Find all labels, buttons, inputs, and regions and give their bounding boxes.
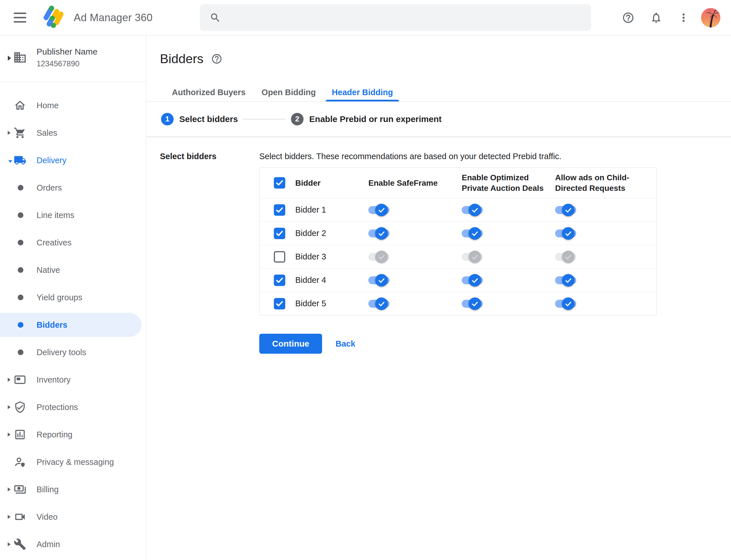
adunit-icon <box>14 373 26 386</box>
user-avatar[interactable] <box>701 8 720 27</box>
step-2-number: 2 <box>291 113 304 125</box>
sidebar-item-delivery-tools[interactable]: Delivery tools <box>0 339 146 366</box>
sidebar-item-label: Native <box>37 265 60 275</box>
expand-right-arrow-icon[interactable] <box>7 541 11 548</box>
sidebar-item-sales[interactable]: Sales <box>0 119 146 147</box>
expand-right-arrow-icon[interactable] <box>7 129 11 136</box>
sidebar-item-home[interactable]: Home <box>0 92 146 119</box>
expand-right-arrow-icon[interactable] <box>7 404 11 411</box>
ad-manager-logo-icon <box>43 5 70 31</box>
sidebar-item-yield-groups[interactable]: Yield groups <box>0 284 146 311</box>
child-directed-toggle[interactable] <box>555 229 576 237</box>
bidder-name: Bidder 3 <box>295 252 326 261</box>
row-checkbox[interactable] <box>274 204 285 216</box>
expand-right-arrow-icon[interactable] <box>7 513 11 520</box>
step-1-label: Select bidders <box>179 114 238 124</box>
table-row-bidder-3: Bidder 3 <box>260 245 656 268</box>
sidebar-item-label: Reporting <box>37 430 73 439</box>
sidebar-item-privacy-messaging[interactable]: Privacy & messaging <box>0 448 146 476</box>
optimized-deals-toggle[interactable] <box>462 300 483 308</box>
tab-authorized-buyers[interactable]: Authorized Buyers <box>164 83 254 102</box>
bullet-icon <box>18 185 23 191</box>
menu-hamburger-icon[interactable] <box>14 11 27 24</box>
bullet-icon <box>18 349 23 355</box>
back-link[interactable]: Back <box>336 339 355 349</box>
sidebar-item-label: Sales <box>37 128 57 138</box>
safeframe-toggle[interactable] <box>368 253 389 261</box>
help-icon[interactable] <box>622 11 634 24</box>
search-bar[interactable] <box>200 4 591 31</box>
select-all-checkbox[interactable] <box>274 177 285 189</box>
sidebar-item-delivery[interactable]: Delivery <box>0 147 146 174</box>
safeframe-toggle[interactable] <box>368 206 389 214</box>
child-directed-toggle[interactable] <box>555 206 576 214</box>
continue-button[interactable]: Continue <box>259 334 322 354</box>
expand-right-arrow-icon[interactable] <box>7 431 11 438</box>
sidebar-item-label: Privacy & messaging <box>37 457 114 467</box>
safeframe-toggle[interactable] <box>368 276 389 284</box>
shield-icon <box>14 401 26 413</box>
table-row-bidder-4: Bidder 4 <box>260 268 656 292</box>
sidebar-item-protections[interactable]: Protections <box>0 393 146 421</box>
expand-right-arrow-icon[interactable] <box>7 486 11 493</box>
sidebar-item-label: Creatives <box>37 238 72 247</box>
optimized-deals-toggle[interactable] <box>462 276 483 284</box>
child-directed-toggle[interactable] <box>555 300 576 308</box>
sidebar-item-billing[interactable]: Billing <box>0 476 146 503</box>
tab-header-bidding[interactable]: Header Bidding <box>324 83 401 102</box>
step-2-label: Enable Prebid or run experiment <box>309 114 441 124</box>
top-app-bar: Ad Manager 360 <box>0 0 731 35</box>
bullet-icon <box>18 322 23 328</box>
sidebar-item-orders[interactable]: Orders <box>0 174 146 201</box>
sidebar-item-label: Yield groups <box>37 293 82 302</box>
column-header-bidder: Bidder <box>295 178 321 188</box>
search-input[interactable] <box>229 13 571 23</box>
sidebar-item-bidders[interactable]: Bidders <box>0 311 146 339</box>
privacy-icon <box>14 456 26 468</box>
bidder-name: Bidder 1 <box>295 205 326 215</box>
sidebar-item-label: Line items <box>37 211 74 220</box>
table-header-row: Bidder Enable SafeFrame Enable Optimized… <box>260 168 656 198</box>
row-checkbox[interactable] <box>274 251 285 263</box>
more-options-icon[interactable] <box>677 11 684 24</box>
expand-right-arrow-icon[interactable] <box>7 376 11 383</box>
page-help-icon[interactable] <box>211 53 223 65</box>
main-content: Bidders Authorized BuyersOpen BiddingHea… <box>146 35 731 560</box>
form-description: Select bidders. These recommendations ar… <box>259 151 657 161</box>
optimized-deals-toggle[interactable] <box>462 229 483 237</box>
collapse-down-arrow-icon[interactable] <box>7 158 14 165</box>
optimized-deals-toggle[interactable] <box>462 206 483 214</box>
publisher-name: Publisher Name <box>37 47 97 57</box>
bidder-name: Bidder 4 <box>295 275 326 285</box>
bidder-name: Bidder 2 <box>295 229 326 238</box>
optimized-deals-toggle[interactable] <box>462 253 483 261</box>
truck-icon <box>14 154 26 167</box>
bullet-icon <box>18 240 23 245</box>
bidder-name: Bidder 5 <box>295 299 326 308</box>
tab-bar: Authorized BuyersOpen BiddingHeader Bidd… <box>164 83 401 102</box>
sidebar-item-reporting[interactable]: Reporting <box>0 421 146 448</box>
sidebar-item-label: Video <box>37 512 58 522</box>
notifications-bell-icon[interactable] <box>650 11 662 24</box>
sidebar-item-label: Protections <box>37 403 78 412</box>
safeframe-toggle[interactable] <box>368 300 389 308</box>
column-header-child-directed: Allow ads on Child-Directed Requests <box>555 172 644 193</box>
safeframe-toggle[interactable] <box>368 229 389 237</box>
publisher-selector[interactable]: Publisher Name 1234567890 <box>0 35 146 82</box>
child-directed-toggle[interactable] <box>555 276 576 284</box>
sidebar-item-line-items[interactable]: Line items <box>0 201 146 229</box>
sidebar-item-native[interactable]: Native <box>0 256 146 284</box>
table-row-bidder-1: Bidder 1 <box>260 198 656 221</box>
sidebar-item-video[interactable]: Video <box>0 503 146 531</box>
sidebar-item-creatives[interactable]: Creatives <box>0 229 146 256</box>
publisher-expand-arrow-icon[interactable] <box>7 54 12 61</box>
row-checkbox[interactable] <box>274 228 285 239</box>
row-checkbox[interactable] <box>274 298 285 309</box>
row-checkbox[interactable] <box>274 275 285 286</box>
sidebar-item-admin[interactable]: Admin <box>0 531 146 558</box>
publisher-id: 1234567890 <box>37 59 79 68</box>
section-label: Select bidders <box>160 151 259 354</box>
tab-open-bidding[interactable]: Open Bidding <box>254 83 324 102</box>
sidebar-item-inventory[interactable]: Inventory <box>0 366 146 393</box>
child-directed-toggle[interactable] <box>555 253 576 261</box>
